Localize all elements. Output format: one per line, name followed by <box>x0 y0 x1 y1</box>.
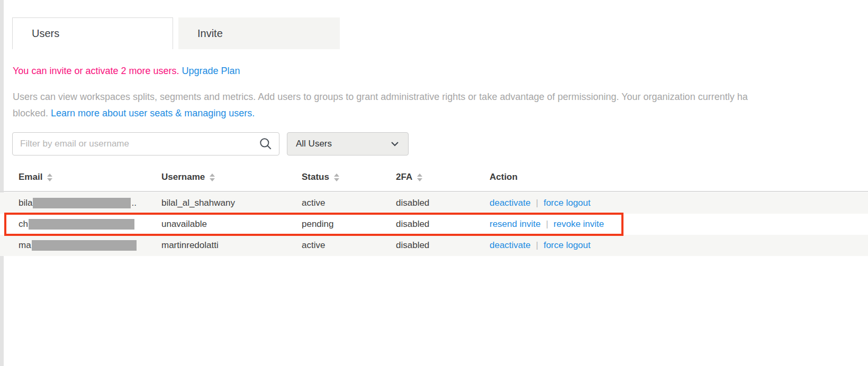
email-prefix: bila <box>19 198 32 208</box>
filter-input[interactable] <box>13 139 259 149</box>
action-cell: deactivate | force logout <box>490 235 591 256</box>
column-header-2fa-label: 2FA <box>396 172 412 182</box>
seat-limit-notice: You can invite or activate 2 more users.… <box>13 66 240 77</box>
redaction-bar <box>32 240 137 251</box>
force-logout-link[interactable]: force logout <box>544 198 591 208</box>
deactivate-link[interactable]: deactivate <box>490 198 531 208</box>
column-header-username-label: Username <box>161 172 205 182</box>
email-cell: bila.. <box>19 193 137 214</box>
redaction-bar <box>29 219 134 230</box>
filter-input-container <box>12 132 279 155</box>
sort-icon-email[interactable] <box>47 173 52 181</box>
action-separator: | <box>536 198 538 208</box>
table-header: Email Username Status 2FA Action <box>0 167 868 191</box>
description-paragraph: Users can view workspaces splits, segmen… <box>13 89 868 122</box>
column-header-email-label: Email <box>19 172 42 182</box>
twofa-cell: disabled <box>396 193 429 214</box>
table-row: ma martinredolatti active disabled deact… <box>0 235 868 256</box>
search-icon[interactable] <box>259 137 273 151</box>
tab-users-label: Users <box>32 28 59 40</box>
action-separator: | <box>536 240 538 251</box>
table-row: ch unavailable pending disabled resend i… <box>0 214 868 235</box>
sort-icon-username[interactable] <box>210 173 215 181</box>
user-filter-dropdown[interactable]: All Users <box>287 132 409 155</box>
email-prefix: ch <box>19 219 28 230</box>
email-cell: ch <box>19 214 135 235</box>
column-header-action-label: Action <box>490 172 518 182</box>
seat-limit-message: You can invite or activate 2 more users. <box>13 66 179 76</box>
column-header-email: Email <box>19 172 52 182</box>
user-filter-dropdown-value: All Users <box>296 139 332 149</box>
status-cell: pending <box>302 214 334 235</box>
deactivate-link[interactable]: deactivate <box>490 240 531 251</box>
tab-users[interactable]: Users <box>12 17 173 49</box>
sort-icon-status[interactable] <box>334 173 339 181</box>
resend-invite-link[interactable]: resend invite <box>490 219 540 230</box>
email-prefix: ma <box>19 240 31 251</box>
learn-more-link[interactable]: Learn more about user seats & managing u… <box>51 108 255 118</box>
redaction-bar <box>33 198 131 208</box>
status-cell: active <box>302 235 325 256</box>
action-separator: | <box>546 219 548 230</box>
action-cell: deactivate | force logout <box>490 193 591 214</box>
user-management-page: Users Invite You can invite or activate … <box>0 0 868 366</box>
action-cell: resend invite | revoke invite <box>490 214 604 235</box>
column-header-status: Status <box>302 172 339 182</box>
status-cell: active <box>302 193 325 214</box>
email-cell: ma <box>19 235 137 256</box>
description-line1: Users can view workspaces splits, segmen… <box>13 89 868 105</box>
twofa-cell: disabled <box>396 214 429 235</box>
table-header-divider <box>0 191 868 192</box>
description-line2-text: blocked. <box>13 108 51 118</box>
chevron-down-icon <box>390 139 400 149</box>
column-header-username: Username <box>161 172 215 182</box>
column-header-action: Action <box>490 172 518 182</box>
sort-icon-2fa[interactable] <box>417 173 422 181</box>
tab-invite-label: Invite <box>197 28 223 40</box>
upgrade-plan-link[interactable]: Upgrade Plan <box>182 66 240 76</box>
table-row: bila.. bilal_al_shahwany active disabled… <box>0 193 868 214</box>
username-cell: martinredolatti <box>161 235 219 256</box>
username-cell: unavailable <box>161 214 207 235</box>
force-logout-link[interactable]: force logout <box>544 240 591 251</box>
twofa-cell: disabled <box>396 235 429 256</box>
email-suffix: .. <box>131 198 136 208</box>
revoke-invite-link[interactable]: revoke invite <box>554 219 604 230</box>
column-header-status-label: Status <box>302 172 329 182</box>
tab-invite[interactable]: Invite <box>178 17 340 49</box>
username-cell: bilal_al_shahwany <box>161 193 235 214</box>
column-header-2fa: 2FA <box>396 172 422 182</box>
